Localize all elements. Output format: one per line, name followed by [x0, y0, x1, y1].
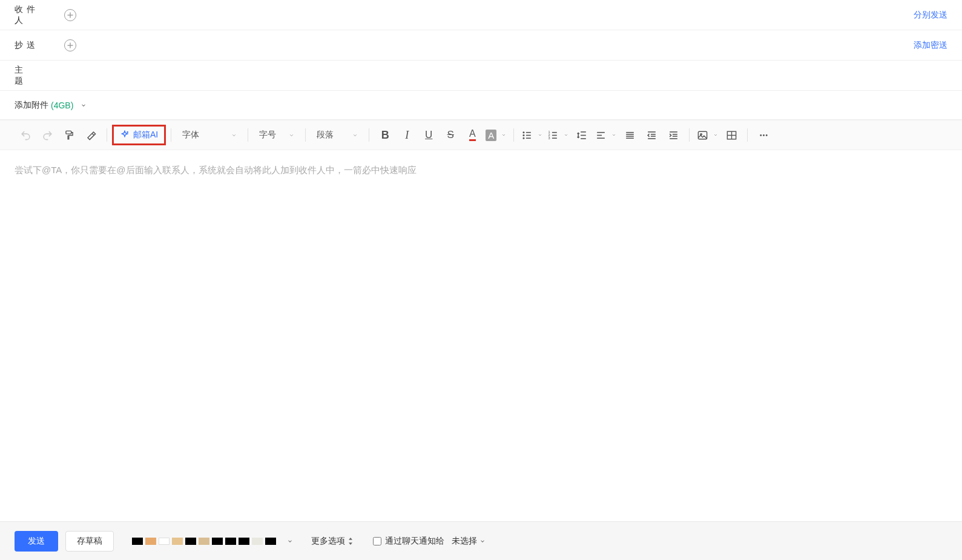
paragraph-select[interactable]: 段落: [311, 124, 364, 146]
clear-format-button[interactable]: [80, 124, 102, 146]
more-options-button[interactable]: 更多选项: [311, 536, 354, 547]
underline-button[interactable]: U: [418, 124, 440, 146]
svg-rect-36: [699, 131, 707, 139]
svg-rect-4: [65, 131, 71, 134]
chevron-down-icon: [611, 133, 616, 137]
chevron-down-icon[interactable]: [287, 538, 293, 544]
indent-decrease-button[interactable]: [641, 124, 662, 146]
more-toolbar-button[interactable]: [753, 124, 774, 146]
strikethrough-button[interactable]: S: [440, 124, 461, 146]
cc-row: 抄送 添加密送: [0, 30, 962, 61]
font-color-button[interactable]: A: [461, 124, 483, 146]
signature-swatch[interactable]: [172, 538, 183, 545]
svg-point-6: [523, 131, 524, 133]
signature-swatch[interactable]: [132, 538, 143, 545]
svg-marker-45: [349, 542, 352, 545]
align-justify-button[interactable]: [619, 124, 641, 146]
svg-text:3: 3: [549, 136, 550, 139]
chevron-down-icon: [538, 133, 542, 137]
undo-button[interactable]: [15, 124, 36, 146]
insert-image-button[interactable]: [694, 124, 720, 146]
editor-body[interactable]: 尝试下@TA，你只需要在@后面输入联系人，系统就会自动将此人加到收件人中，一箭必…: [0, 150, 962, 465]
separator: [305, 128, 306, 142]
insert-table-button[interactable]: [720, 124, 742, 146]
add-bcc-link[interactable]: 添加密送: [914, 40, 947, 51]
separator: [171, 128, 171, 142]
attachment-size: (4GB): [51, 100, 73, 110]
svg-point-8: [523, 134, 524, 136]
chevron-down-icon: [713, 133, 718, 137]
separator: [107, 128, 107, 142]
add-cc-button[interactable]: [64, 39, 76, 51]
recipient-row: 收件人 分别发送: [0, 0, 962, 30]
separator: [513, 128, 514, 142]
mail-ai-button[interactable]: 邮箱AI: [112, 125, 166, 145]
svg-point-43: [766, 134, 768, 136]
chevron-down-icon: [501, 133, 506, 137]
add-attachment-button[interactable]: 添加附件(4GB): [15, 100, 87, 111]
attachment-label: 添加附件: [15, 100, 48, 111]
recipient-label: 收件人: [15, 4, 47, 26]
separator: [248, 128, 248, 142]
notify-checkbox-input[interactable]: [373, 537, 381, 545]
separator: [689, 128, 690, 142]
send-button[interactable]: 发送: [15, 531, 58, 552]
svg-point-41: [760, 134, 762, 136]
indent-increase-button[interactable]: [662, 124, 684, 146]
subject-input[interactable]: [64, 71, 947, 81]
editor-placeholder: 尝试下@TA，你只需要在@后面输入联系人，系统就会自动将此人加到收件人中，一箭必…: [15, 165, 947, 176]
footer-bar: 发送 存草稿 更多选项 通过聊天通知给 未选择: [0, 521, 962, 560]
svg-point-10: [523, 137, 524, 139]
chevron-down-icon: [231, 133, 237, 138]
notify-chat-checkbox[interactable]: 通过聊天通知给: [373, 536, 444, 547]
font-size-select[interactable]: 字号: [253, 124, 300, 146]
font-family-select[interactable]: 字体: [176, 124, 243, 146]
cc-label: 抄送: [15, 40, 47, 51]
notify-target-select[interactable]: 未选择: [452, 536, 486, 547]
signature-swatches[interactable]: [132, 538, 276, 545]
italic-button[interactable]: I: [396, 124, 418, 146]
ordered-list-button[interactable]: 123: [545, 124, 571, 146]
signature-swatch[interactable]: [185, 538, 196, 545]
signature-swatch[interactable]: [212, 538, 223, 545]
line-height-button[interactable]: [571, 124, 593, 146]
signature-swatch[interactable]: [145, 538, 156, 545]
separate-send-link[interactable]: 分别发送: [914, 10, 947, 21]
signature-swatch[interactable]: [252, 538, 263, 545]
separator: [369, 128, 369, 142]
bold-button[interactable]: B: [374, 124, 396, 146]
subject-row: 主题: [0, 61, 962, 91]
save-draft-button[interactable]: 存草稿: [65, 531, 114, 552]
unordered-list-button[interactable]: [519, 124, 545, 146]
chevron-down-icon: [352, 133, 358, 138]
editor-toolbar: 邮箱AI 字体 字号 段落 B I U S A A 123: [0, 120, 962, 150]
redo-button[interactable]: [36, 124, 58, 146]
signature-swatch[interactable]: [239, 538, 249, 545]
separator: [747, 128, 748, 142]
subject-label: 主题: [15, 65, 47, 87]
signature-swatch[interactable]: [159, 538, 170, 545]
svg-point-42: [763, 134, 765, 136]
signature-swatch[interactable]: [265, 538, 276, 545]
svg-point-5: [127, 132, 128, 133]
highlight-color-button[interactable]: A: [483, 124, 509, 146]
format-painter-button[interactable]: [58, 124, 80, 146]
align-button[interactable]: [593, 124, 619, 146]
add-recipient-button[interactable]: [64, 9, 76, 21]
attachment-row: 添加附件(4GB): [0, 91, 962, 120]
signature-swatch[interactable]: [225, 538, 236, 545]
chevron-down-icon: [564, 133, 568, 137]
chevron-down-icon: [81, 102, 87, 108]
svg-marker-44: [349, 538, 352, 540]
chevron-down-icon: [289, 133, 294, 138]
mail-ai-label: 邮箱AI: [133, 130, 158, 140]
signature-swatch[interactable]: [199, 538, 209, 545]
